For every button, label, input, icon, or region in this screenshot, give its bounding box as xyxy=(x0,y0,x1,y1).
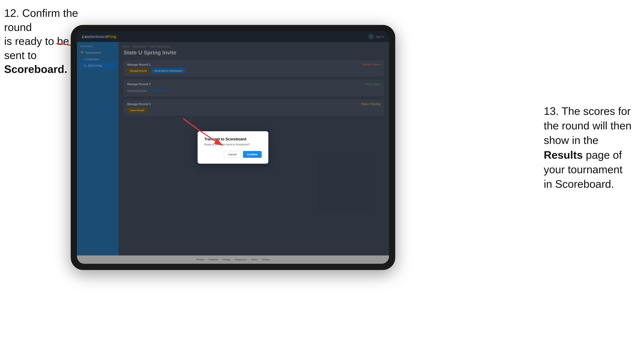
right-line4-rest: page of xyxy=(583,149,622,161)
instruction-right: 13. The scores for the round will then s… xyxy=(544,104,632,191)
cancel-button[interactable]: Cancel xyxy=(224,151,241,158)
right-line4-bold: Results xyxy=(544,149,583,161)
right-line2: the round will then xyxy=(544,120,632,132)
instruction-line2: is ready to be sent to xyxy=(4,35,69,61)
right-line3: show in the xyxy=(544,134,598,146)
modal-buttons: Cancel Confirm xyxy=(204,151,262,158)
right-line5: your tournament xyxy=(544,164,622,175)
modal-subtitle: Ready to send this round to Scoreboard? xyxy=(204,143,262,146)
tablet-screen: LeaderboardKing 👤 Sign In MAIN MENU 🏆 To… xyxy=(77,31,389,264)
tablet-frame: LeaderboardKing 👤 Sign In MAIN MENU 🏆 To… xyxy=(71,25,395,270)
right-line6: in Scoreboard. xyxy=(544,178,614,190)
instruction-line3: Scoreboard. xyxy=(4,63,67,75)
modal-title: Transmit to Scoreboard xyxy=(204,137,262,142)
instruction-line1: 12. Confirm the round xyxy=(4,7,78,33)
right-line1: 13. The scores for xyxy=(544,105,631,117)
confirm-button[interactable]: Confirm xyxy=(243,151,262,158)
transmit-modal: Transmit to Scoreboard Ready to send thi… xyxy=(198,131,268,164)
modal-overlay: Transmit to Scoreboard Ready to send thi… xyxy=(77,31,389,264)
